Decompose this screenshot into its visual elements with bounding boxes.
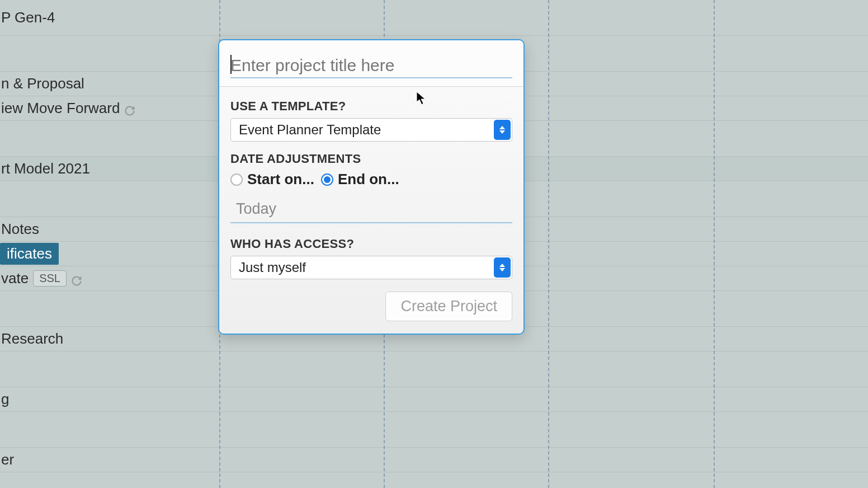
title-area <box>219 40 523 87</box>
create-project-dialog: USE A TEMPLATE? Event Planner Template D… <box>218 39 525 335</box>
bg-row-spacer <box>0 412 868 448</box>
select-stepper-icon[interactable] <box>494 257 511 278</box>
radio-icon <box>230 173 243 186</box>
template-select[interactable]: Event Planner Template <box>230 118 512 142</box>
row-text: er <box>0 451 14 468</box>
access-select-value: Just myself <box>230 256 512 279</box>
create-project-button[interactable]: Create Project <box>385 292 512 321</box>
row-text: P Gen-4 <box>0 9 55 26</box>
text-cursor <box>230 55 232 74</box>
template-label: USE A TEMPLATE? <box>230 99 512 114</box>
row-text: vate <box>0 270 29 287</box>
bg-row[interactable]: g <box>0 387 868 412</box>
date-adjustments-label: DATE ADJUSTMENTS <box>230 152 512 166</box>
access-select[interactable]: Just myself <box>230 256 512 279</box>
refresh-icon[interactable] <box>71 273 82 284</box>
radio-icon-checked <box>321 173 333 186</box>
project-title-input[interactable] <box>230 54 512 78</box>
row-text: iew Move Forward <box>0 100 120 117</box>
row-text: Notes <box>0 220 39 238</box>
radio-start-label: Start on... <box>247 171 314 188</box>
template-select-value: Event Planner Template <box>230 118 512 142</box>
date-input[interactable] <box>230 197 512 223</box>
date-radio-group: Start on... End on... <box>230 171 512 188</box>
bg-row[interactable]: P Gen-4 <box>0 0 868 36</box>
row-text: rt Model 2021 <box>0 160 90 177</box>
bg-row-spacer <box>0 351 868 387</box>
grid-line <box>714 0 715 488</box>
select-stepper-icon[interactable] <box>494 120 511 140</box>
radio-start-on[interactable]: Start on... <box>230 171 314 188</box>
radio-end-label: End on... <box>338 171 399 188</box>
refresh-icon[interactable] <box>124 103 135 114</box>
bg-row[interactable]: er <box>0 448 868 472</box>
row-text: Research <box>0 330 63 348</box>
row-text: g <box>0 391 9 408</box>
modal-body: USE A TEMPLATE? Event Planner Template D… <box>219 87 523 334</box>
row-text: n & Proposal <box>0 75 84 92</box>
grid-line <box>548 0 549 488</box>
radio-end-on[interactable]: End on... <box>321 171 399 188</box>
access-label: WHO HAS ACCESS? <box>230 237 512 251</box>
row-text-selected: ificates <box>0 243 59 265</box>
ssl-badge: SSL <box>33 270 67 287</box>
